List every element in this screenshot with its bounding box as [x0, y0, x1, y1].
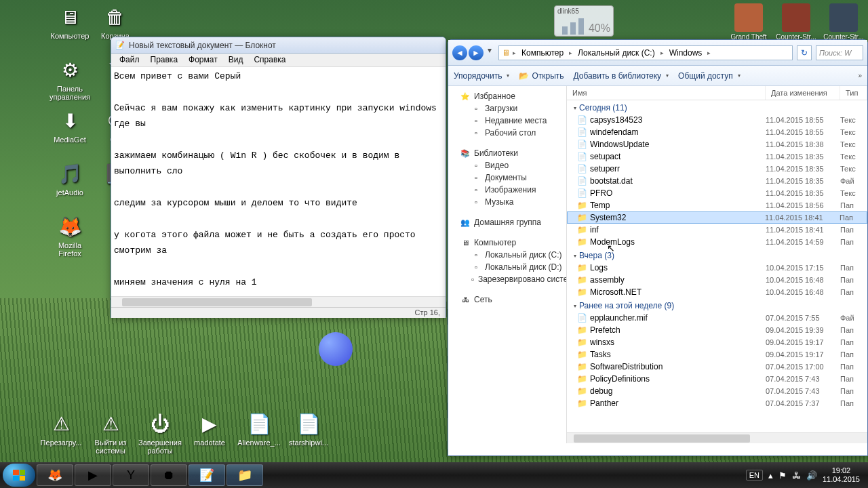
nav-item[interactable]: ▫Зарезервировано систем	[448, 273, 566, 285]
file-row[interactable]: 📄capsys18452311.04.2015 18:55Текс	[567, 114, 867, 126]
col-name[interactable]: Имя	[567, 86, 766, 100]
cpu-widget[interactable]: dlink65 40%	[554, 5, 614, 37]
nav-back-button[interactable]: ◄	[452, 45, 467, 60]
group-header[interactable]: Сегодня (11)	[567, 100, 867, 114]
desktop-icon[interactable]: 📄starshipwi...	[285, 410, 332, 455]
flag-icon[interactable]: ⚑	[778, 470, 787, 481]
taskbar-button[interactable]: Y	[113, 464, 149, 486]
group-header[interactable]: Ранее на этой неделе (9)	[567, 298, 867, 312]
breadcrumb-segment[interactable]: Локальный диск (C:)	[575, 48, 658, 58]
volume-icon[interactable]: 🔊	[806, 470, 817, 481]
menu-item[interactable]: Файл	[114, 54, 145, 66]
desktop-icon[interactable]: ⚠Выйти из системы	[87, 410, 134, 455]
desktop-icon[interactable]: 🗑Корзина	[92, 3, 139, 40]
notepad-titlebar[interactable]: 📝 Новый текстовый документ — Блокнот	[111, 37, 446, 54]
nav-group-header[interactable]: 🖥Компьютер	[448, 237, 566, 249]
desktop-icon[interactable]: 🖥Компьютер	[46, 3, 94, 40]
file-row[interactable]: 📄setupact11.04.2015 18:35Текс	[567, 150, 867, 163]
system-tray[interactable]: EN ▴ ⚑ 🖧 🔊 19:02 11.04.2015	[746, 466, 865, 484]
taskbar-button[interactable]: ▶	[75, 464, 111, 486]
toolbar-overflow[interactable]: »	[858, 72, 862, 79]
file-row[interactable]: 📄epplauncher.mif07.04.2015 7:55Фай	[567, 312, 867, 324]
col-date[interactable]: Дата изменения	[766, 86, 840, 100]
desktop-icon[interactable]: ⏻Завершения работы	[136, 410, 184, 455]
nav-item[interactable]: ▫Видео	[448, 159, 566, 171]
group-header[interactable]: Вчера (3)	[567, 248, 867, 262]
nav-item[interactable]: ▫Локальный диск (D:)	[448, 261, 566, 273]
notepad-menubar[interactable]: ФайлПравкаФорматВидСправка	[111, 54, 446, 67]
desktop-icon[interactable]: ⬇MediaGet	[46, 107, 94, 144]
menu-item[interactable]: Справка	[248, 54, 291, 66]
nav-item[interactable]: ▫Локальный диск (C:)	[448, 249, 566, 261]
desktop-icon[interactable]: 📄Alienware_...	[235, 410, 283, 455]
file-row[interactable]: 📁ModemLogs11.04.2015 14:59Пап	[567, 236, 867, 248]
column-headers[interactable]: Имя Дата изменения Тип	[567, 86, 867, 100]
nav-item[interactable]: ▫Рабочий стол	[448, 127, 566, 139]
desktop-icon[interactable]: ⚙Панель управления	[46, 56, 94, 101]
notepad-hscroll[interactable]	[111, 296, 446, 307]
file-row[interactable]: 📄windefendam11.04.2015 18:55Текс	[567, 126, 867, 138]
col-type[interactable]: Тип	[840, 86, 867, 100]
refresh-button[interactable]: ↻	[797, 45, 812, 60]
search-input[interactable]: Поиск: W	[816, 45, 863, 60]
desktop-icon[interactable]: ⚠Перезагру...	[37, 410, 85, 455]
explorer-hscroll[interactable]	[567, 432, 867, 443]
file-row[interactable]: 📁assembly10.04.2015 16:48Пап	[567, 274, 867, 286]
file-row[interactable]: 📁Tasks09.04.2015 19:17Пап	[567, 348, 867, 361]
taskbar-button[interactable]: 📁	[226, 464, 263, 486]
file-row[interactable]: 📁System3211.04.2015 18:41Пап	[567, 211, 867, 224]
file-row[interactable]: 📄setuperr11.04.2015 18:35Текс	[567, 163, 867, 175]
nav-item[interactable]: ▫Изображения	[448, 184, 566, 196]
network-icon[interactable]: 🖧	[792, 470, 801, 481]
language-indicator[interactable]: EN	[746, 470, 763, 481]
file-row[interactable]: 📄bootstat.dat11.04.2015 18:35Фай	[567, 175, 867, 187]
nav-item[interactable]: ▫Музыка	[448, 196, 566, 208]
file-row[interactable]: 📁winsxs09.04.2015 19:17Пап	[567, 336, 867, 348]
nav-pane[interactable]: ⭐Избранное▫Загрузки▫Недавние места▫Рабоч…	[448, 86, 567, 443]
clock[interactable]: 19:02 11.04.2015	[823, 466, 860, 484]
open-button[interactable]: 📂Открыть	[519, 71, 564, 81]
organize-button[interactable]: Упорядочить	[454, 71, 509, 81]
file-row[interactable]: 📁Prefetch09.04.2015 19:39Пап	[567, 324, 867, 336]
nav-group-header[interactable]: ⭐Избранное	[448, 90, 566, 102]
nav-group-header[interactable]: 🖧Сеть	[448, 293, 566, 306]
breadcrumb-segment[interactable]: Компьютер	[519, 48, 566, 58]
file-row[interactable]: 📁Logs10.04.2015 17:15Пап	[567, 262, 867, 274]
file-row[interactable]: 📁PolicyDefinitions07.04.2015 7:43Пап	[567, 373, 867, 385]
desktop-icon[interactable]: Counter-Str...	[823, 3, 865, 41]
file-row[interactable]: 📁Panther07.04.2015 7:37Пап	[567, 397, 867, 409]
nav-group-header[interactable]: 📚Библиотеки	[448, 147, 566, 159]
breadcrumb-segment[interactable]: Windows	[667, 48, 705, 58]
menu-item[interactable]: Формат	[183, 54, 223, 66]
notepad-textarea[interactable]: Всем привет с вами Серый Сейчас я вам по…	[111, 67, 446, 296]
taskbar-button[interactable]: ⏺	[151, 464, 187, 486]
file-row[interactable]: 📁inf11.04.2015 18:41Пап	[567, 224, 867, 236]
desktop-icon[interactable]: 🎵jetAudio	[46, 160, 94, 197]
file-row[interactable]: 📁Microsoft.NET10.04.2015 16:48Пап	[567, 286, 867, 298]
nav-item[interactable]: ▫Документы	[448, 171, 566, 184]
explorer-window[interactable]: ◄ ► ▾ 🖥 ▸Компьютер▸Локальный диск (C:)▸W…	[448, 39, 868, 456]
nav-group-header[interactable]: 👥Домашняя группа	[448, 216, 566, 228]
menu-item[interactable]: Вид	[223, 54, 249, 66]
notepad-window[interactable]: 📝 Новый текстовый документ — Блокнот Фай…	[111, 37, 446, 318]
desktop-icon[interactable]: ▶madotate	[186, 410, 233, 455]
desktop-icon[interactable]: Grand Theft	[728, 3, 770, 41]
add-to-library-button[interactable]: Добавить в библиотеку	[574, 71, 669, 81]
taskbar[interactable]: 🦊▶Y⏺📝📁 EN ▴ ⚑ 🖧 🔊 19:02 11.04.2015	[0, 462, 868, 488]
nav-history-button[interactable]: ▾	[485, 45, 494, 55]
file-row[interactable]: 📄WindowsUpdate11.04.2015 18:38Текс	[567, 138, 867, 150]
file-pane[interactable]: Имя Дата изменения Тип Сегодня (11)📄caps…	[567, 86, 867, 443]
tray-up-icon[interactable]: ▴	[768, 470, 773, 481]
menu-item[interactable]: Правка	[145, 54, 184, 66]
nav-forward-button[interactable]: ►	[469, 45, 484, 60]
nav-item[interactable]: ▫Недавние места	[448, 115, 566, 127]
nav-item[interactable]: ▫Загрузки	[448, 102, 566, 115]
file-row[interactable]: 📁SoftwareDistribution07.04.2015 17:00Пап	[567, 361, 867, 373]
desktop-icon[interactable]: Counter-Str...	[775, 3, 817, 41]
taskbar-button[interactable]: 🦊	[37, 464, 73, 486]
share-button[interactable]: Общий доступ	[678, 71, 741, 81]
desktop-icon[interactable]: 🦊Mozilla Firefox	[46, 213, 94, 258]
start-button[interactable]	[3, 464, 35, 487]
breadcrumb[interactable]: 🖥 ▸Компьютер▸Локальный диск (C:)▸Windows…	[498, 45, 793, 60]
taskbar-button[interactable]: 📝	[189, 464, 225, 486]
